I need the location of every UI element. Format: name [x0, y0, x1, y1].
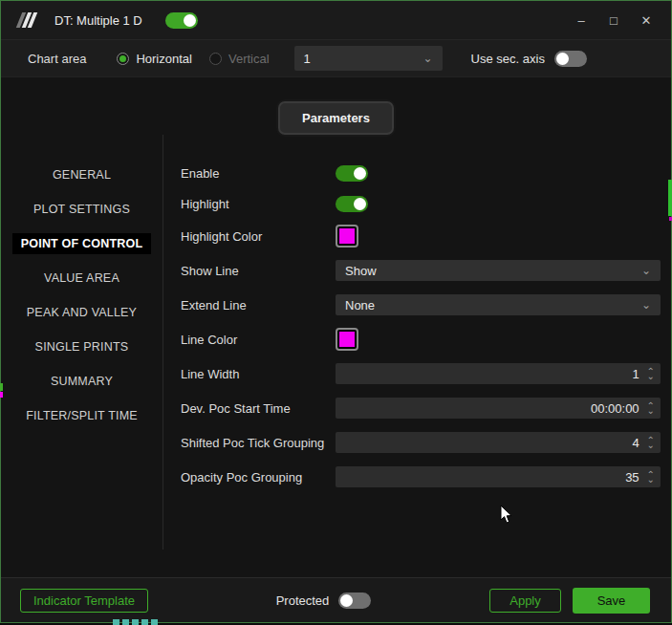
- setting-row-line-color: Line Color: [181, 322, 661, 356]
- setting-label: Opacity Poc Grouping: [181, 470, 336, 485]
- sec-axis-label: Use sec. axis: [471, 52, 545, 66]
- sidebar-item-value-area[interactable]: VALUE AREA: [1, 261, 163, 295]
- tab-parameters[interactable]: Parameters: [278, 101, 394, 135]
- setting-label: Highlight: [181, 197, 336, 211]
- setting-label: Show Line: [181, 264, 336, 278]
- maximize-button[interactable]: □: [600, 8, 627, 32]
- protected-label: Protected: [276, 593, 330, 608]
- settings-sidebar: GENERAL PLOT SETTINGS POINT OF CONTROL V…: [1, 135, 163, 550]
- radio-horizontal[interactable]: Horizontal: [117, 52, 192, 66]
- setting-label: Enable: [181, 166, 336, 181]
- setting-row-opacity-poc-grouping: Opacity Poc Grouping 35 ⌃⌄: [181, 460, 661, 494]
- save-button[interactable]: Save: [573, 588, 650, 614]
- line-width-value: 1: [632, 367, 639, 381]
- highlight-color-swatch[interactable]: [336, 225, 358, 248]
- enable-toggle[interactable]: [336, 165, 368, 182]
- sidebar-item-plot-settings[interactable]: PLOT SETTINGS: [1, 192, 163, 226]
- highlight-toggle[interactable]: [336, 196, 368, 212]
- extend-line-dropdown[interactable]: None ⌄: [336, 294, 661, 315]
- extend-line-value: None: [345, 298, 375, 312]
- radio-vertical[interactable]: Vertical: [209, 52, 270, 66]
- opacity-poc-grouping-value: 35: [625, 470, 639, 485]
- chart-area-dropdown[interactable]: 1 ⌄: [294, 46, 443, 71]
- footer-bar: Indicator Template Protected Apply Save: [1, 577, 671, 622]
- setting-label: Line Width: [181, 367, 336, 381]
- setting-label: Shifted Poc Tick Grouping: [181, 436, 336, 450]
- dev-poc-start-time-spinner[interactable]: 00:00:00 ⌃⌄: [336, 398, 661, 419]
- minimize-button[interactable]: –: [568, 8, 595, 32]
- stepper-updown-icon[interactable]: ⌃⌄: [647, 369, 655, 378]
- indicator-template-button[interactable]: Indicator Template: [20, 589, 148, 613]
- line-width-spinner[interactable]: 1 ⌃⌄: [336, 363, 661, 384]
- sidebar-item-filter-split-time[interactable]: FILTER/SPLIT TIME: [1, 399, 163, 433]
- chevron-down-icon: ⌄: [641, 299, 651, 311]
- close-button[interactable]: ✕: [633, 8, 660, 32]
- setting-row-enable: Enable: [181, 158, 661, 188]
- sidebar-item-point-of-control[interactable]: POINT OF CONTROL: [1, 226, 163, 261]
- content-area: Parameters GENERAL PLOT SETTINGS POINT O…: [1, 77, 671, 577]
- sec-axis-toggle[interactable]: [554, 51, 587, 67]
- setting-row-highlight-color: Highlight Color: [181, 219, 661, 253]
- stepper-updown-icon[interactable]: ⌃⌄: [647, 403, 655, 413]
- chart-area-value: 1: [304, 52, 311, 66]
- setting-row-highlight: Highlight: [181, 188, 661, 219]
- indicator-settings-window: DT: Multiple 1 D – □ ✕ Chart area Horizo…: [0, 0, 672, 623]
- sidebar-item-general[interactable]: GENERAL: [1, 158, 163, 192]
- show-line-dropdown[interactable]: Show ⌄: [336, 260, 661, 281]
- orientation-radio-group: Horizontal Vertical: [117, 52, 269, 66]
- dev-poc-start-time-value: 00:00:00: [591, 401, 639, 416]
- radio-vertical-label: Vertical: [228, 52, 270, 66]
- sidebar-item-single-prints[interactable]: SINGLE PRINTS: [1, 330, 163, 364]
- setting-row-line-width: Line Width 1 ⌃⌄: [181, 356, 661, 391]
- line-color-swatch[interactable]: [336, 328, 358, 351]
- show-line-value: Show: [345, 264, 377, 278]
- edge-chart-mark-magenta-left: [0, 392, 3, 398]
- radio-dot-icon: [117, 53, 129, 65]
- setting-row-show-line: Show Line Show ⌄: [181, 253, 661, 288]
- shifted-poc-tick-grouping-value: 4: [632, 436, 639, 450]
- protected-toggle[interactable]: [338, 593, 371, 609]
- setting-row-extend-line: Extend Line None ⌄: [181, 288, 661, 322]
- app-logo-icon: [16, 12, 43, 28]
- edge-chart-mark-green: [668, 180, 672, 216]
- setting-row-shifted-poc-tick-grouping: Shifted Poc Tick Grouping 4 ⌃⌄: [181, 425, 661, 460]
- shifted-poc-tick-grouping-spinner[interactable]: 4 ⌃⌄: [336, 432, 661, 453]
- radio-dot-icon: [209, 53, 222, 65]
- edge-chart-mark-green-left: [0, 383, 3, 391]
- opacity-poc-grouping-spinner[interactable]: 35 ⌃⌄: [336, 466, 661, 487]
- chart-area-label: Chart area: [28, 52, 86, 66]
- stepper-updown-icon[interactable]: ⌃⌄: [647, 438, 655, 447]
- title-bar: DT: Multiple 1 D – □ ✕: [1, 1, 671, 40]
- setting-label: Highlight Color: [181, 229, 336, 244]
- chevron-down-icon: ⌄: [423, 53, 433, 64]
- window-title: DT: Multiple 1 D: [54, 13, 142, 28]
- indicator-enabled-toggle[interactable]: [165, 12, 198, 29]
- chevron-down-icon: ⌄: [641, 265, 651, 276]
- settings-panel: Enable Highlight Highlight Color Show Li…: [163, 135, 671, 577]
- sidebar-item-peak-and-valley[interactable]: PEAK AND VALLEY: [1, 295, 163, 330]
- stepper-updown-icon[interactable]: ⌃⌄: [647, 472, 655, 482]
- radio-horizontal-label: Horizontal: [136, 52, 192, 66]
- setting-label: Dev. Poc Start Time: [181, 401, 336, 416]
- setting-row-dev-poc-start-time: Dev. Poc Start Time 00:00:00 ⌃⌄: [181, 391, 661, 425]
- edge-teal-squares: [113, 619, 158, 625]
- chart-area-toolbar: Chart area Horizontal Vertical 1 ⌄ Use s…: [1, 40, 671, 77]
- setting-label: Extend Line: [181, 298, 336, 312]
- setting-label: Line Color: [181, 333, 336, 347]
- apply-button[interactable]: Apply: [489, 589, 561, 613]
- sidebar-item-summary[interactable]: SUMMARY: [1, 364, 163, 399]
